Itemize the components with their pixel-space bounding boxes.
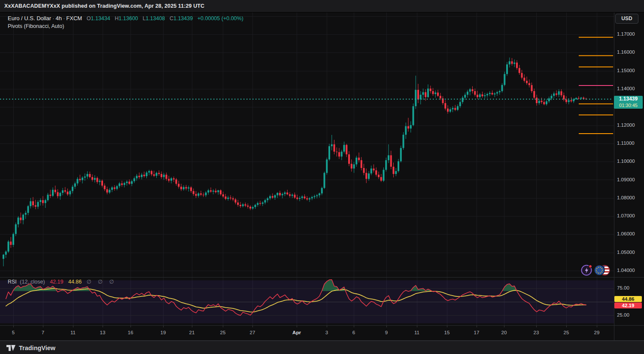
time-axis[interactable]: 5711131619212527Apr36911151720232529 bbox=[0, 326, 614, 341]
time-axis-label: Apr bbox=[292, 330, 301, 335]
time-axis-label: 15 bbox=[444, 330, 450, 335]
time-axis-label: 21 bbox=[189, 330, 195, 335]
time-axis-label: 6 bbox=[352, 330, 355, 335]
interval-label[interactable]: 4h bbox=[56, 15, 62, 21]
price-axis-label: 1.09000 bbox=[617, 177, 635, 182]
time-axis-label: 25 bbox=[220, 330, 226, 335]
change-value: +0.00005 (+0.00%) bbox=[197, 15, 243, 21]
time-axis-label: 3 bbox=[325, 330, 328, 335]
high-value: 1.13600 bbox=[118, 15, 138, 21]
close-value: 1.13439 bbox=[173, 15, 193, 21]
price-axis-label: 1.10000 bbox=[617, 159, 635, 164]
time-axis-label: 20 bbox=[501, 330, 507, 335]
time-axis-label: 5 bbox=[12, 330, 15, 335]
eurusd-pair-flags-icon[interactable] bbox=[594, 263, 611, 278]
rsi-ma-badge: 44.86 bbox=[614, 296, 642, 302]
last-price-value: 1.13439 bbox=[614, 96, 643, 102]
brand-footer: TradingView bbox=[0, 341, 644, 354]
price-axis-label: 1.16000 bbox=[617, 49, 635, 55]
open-value: 1.13434 bbox=[91, 15, 110, 21]
time-axis-label: 19 bbox=[161, 330, 166, 335]
high-label: H bbox=[115, 15, 118, 21]
rsi-indicator-legend[interactable]: RSI (12, close) 42.19 44.86 ∅ ∅ ∅ bbox=[8, 278, 116, 285]
rsi-empty-values: ∅ ∅ ∅ bbox=[87, 279, 117, 285]
time-axis-label: 11 bbox=[70, 330, 76, 335]
chart-canvas[interactable] bbox=[0, 0, 644, 354]
time-axis-label: 13 bbox=[100, 330, 106, 335]
bar-countdown: 01:30:45 bbox=[614, 102, 643, 108]
price-axis-label: 1.17000 bbox=[617, 31, 635, 37]
time-axis-label: 16 bbox=[128, 330, 134, 335]
time-axis-label: 7 bbox=[42, 330, 44, 335]
exchange-label: FXCM bbox=[66, 15, 82, 21]
open-label: O bbox=[87, 15, 91, 21]
time-axis-label: 25 bbox=[564, 330, 569, 335]
symbol-legend: Euro / U.S. Dollar·4h·FXCM O1.13434 H1.1… bbox=[8, 15, 243, 21]
price-axis[interactable]: 1.170001.160001.150001.140001.120001.110… bbox=[614, 12, 644, 341]
low-value: 1.13408 bbox=[146, 15, 165, 21]
rsi-params: (12, close) bbox=[20, 279, 45, 285]
currency-unit-button[interactable]: USD bbox=[615, 14, 638, 24]
price-axis-label: 1.11000 bbox=[617, 140, 635, 146]
tradingview-logo-icon[interactable] bbox=[6, 345, 15, 351]
price-axis-label: 1.12000 bbox=[617, 122, 635, 128]
tradingview-wordmark[interactable]: TradingView bbox=[19, 345, 55, 351]
tradingview-published-chart: XxXABACADEMYXxX published on TradingView… bbox=[0, 0, 644, 354]
price-axis-label: 1.04000 bbox=[617, 268, 635, 273]
economic-events-icon[interactable] bbox=[580, 263, 593, 278]
time-axis-label: 27 bbox=[250, 330, 255, 335]
rsi-axis-label: 25.00 bbox=[617, 312, 629, 317]
price-axis-label: 1.06000 bbox=[617, 231, 635, 236]
price-axis-label: 1.08000 bbox=[617, 195, 635, 200]
time-axis-label: 29 bbox=[594, 330, 600, 335]
price-axis-label: 1.15000 bbox=[617, 68, 635, 73]
last-price-badge: 1.13439 01:30:45 bbox=[614, 96, 643, 109]
price-axis-label: 1.07000 bbox=[617, 213, 635, 218]
time-axis-label: 23 bbox=[534, 330, 539, 335]
attribution-text: XxXABACADEMYXxX published on TradingView… bbox=[4, 3, 204, 9]
time-axis-label: 17 bbox=[474, 330, 480, 335]
pivots-indicator-legend[interactable]: Pivots (Fibonacci, Auto) bbox=[8, 23, 64, 29]
price-axis-label: 1.14000 bbox=[617, 86, 635, 91]
time-axis-label: 9 bbox=[385, 330, 388, 335]
attribution-bar: XxXABACADEMYXxX published on TradingView… bbox=[0, 0, 644, 12]
rsi-title: RSI bbox=[8, 279, 17, 285]
time-axis-label: 11 bbox=[414, 330, 419, 335]
price-axis-label: 1.05000 bbox=[617, 250, 635, 255]
symbol-title[interactable]: Euro / U.S. Dollar bbox=[8, 15, 51, 21]
rsi-ma-value: 44.86 bbox=[68, 279, 82, 285]
rsi-axis-label: 75.00 bbox=[617, 285, 629, 290]
close-label: C bbox=[170, 15, 173, 21]
rsi-value-badge: 42.19 bbox=[614, 302, 642, 308]
rsi-value: 42.19 bbox=[50, 279, 63, 285]
